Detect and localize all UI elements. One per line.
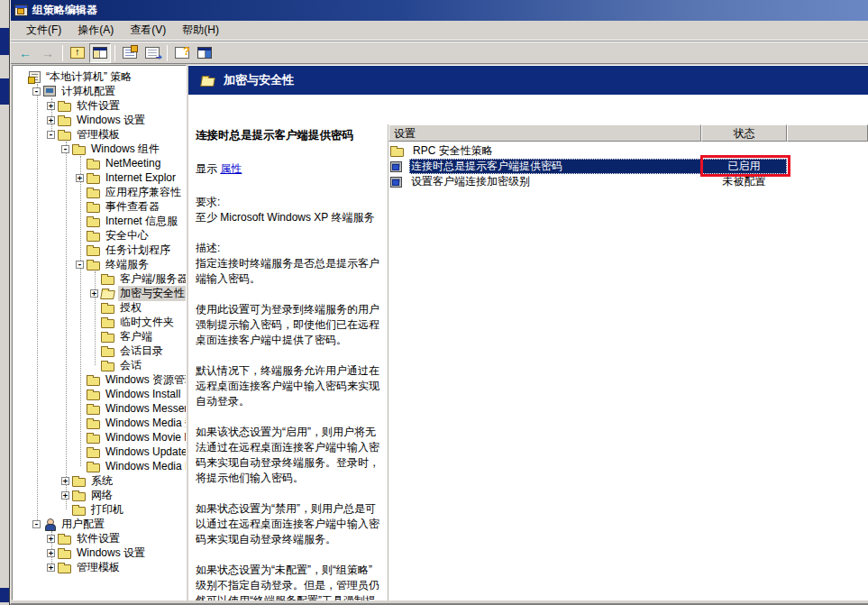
show-taskpad-button[interactable]: [194, 43, 215, 63]
forward-button[interactable]: →: [37, 43, 59, 63]
tree-item[interactable]: 客户端: [13, 329, 186, 344]
tree-item[interactable]: +加密与安全性: [13, 286, 186, 300]
tree-item[interactable]: 打印机: [13, 502, 186, 517]
folder-icon: [72, 146, 86, 155]
back-button[interactable]: ←: [14, 43, 36, 63]
settings-list-panel[interactable]: 设置状态 RPC 安全性策略连接时总是提示客户端提供密码已启用设置客户端连接加密…: [388, 124, 868, 600]
tree-item-label: Windows Media 数: [104, 416, 187, 431]
tree-item[interactable]: Windows Install: [13, 387, 186, 401]
tree-item[interactable]: 客户端/服务器: [13, 271, 186, 286]
list-item[interactable]: 连接时总是提示客户端提供密码已启用: [388, 159, 868, 174]
tree-item-label: 打印机: [89, 502, 125, 518]
tree-item[interactable]: 事件查看器: [13, 199, 186, 214]
tree-item[interactable]: Windows Media 数: [13, 416, 186, 430]
tree-item[interactable]: -终端服务: [13, 257, 186, 271]
tree-item[interactable]: 会话: [13, 358, 186, 372]
description-paragraph: 默认情况下，终端服务允许用户通过在远程桌面连接客户端中输入密码来实现自动登录。: [196, 363, 381, 409]
tree-item[interactable]: “本地计算机” 策略: [13, 69, 186, 84]
tree-item[interactable]: 临时文件夹: [13, 315, 186, 329]
folder-icon: [87, 233, 100, 242]
show-console-tree-button[interactable]: [89, 43, 111, 63]
up-one-level-button[interactable]: [67, 43, 88, 63]
toolbar-separator: [114, 45, 115, 61]
tree-item[interactable]: +软件设置: [13, 98, 186, 113]
tree-item-label: 安全中心: [104, 228, 151, 243]
tree-item[interactable]: +Windows 设置: [13, 113, 186, 127]
tree-item[interactable]: -管理模板: [13, 127, 186, 142]
collapse-icon[interactable]: -: [32, 520, 41, 528]
tree-item[interactable]: Windows Movie M: [13, 430, 186, 445]
tree-item[interactable]: 授权: [13, 300, 186, 315]
tree-item[interactable]: Windows Messeng: [13, 401, 186, 416]
menu-item[interactable]: 查看(V): [122, 21, 174, 40]
tree-item[interactable]: 任务计划程序: [13, 243, 186, 257]
collapse-icon[interactable]: -: [76, 261, 84, 269]
tree-item[interactable]: 安全中心: [13, 228, 186, 243]
tree-item[interactable]: Windows 资源管理: [13, 372, 186, 387]
export-list-button[interactable]: [142, 43, 163, 63]
list-item[interactable]: 设置客户端连接加密级别未被配置: [388, 174, 868, 189]
expand-icon[interactable]: +: [61, 477, 69, 485]
folder-icon: [87, 406, 100, 415]
tree-item[interactable]: Internet 信息服: [13, 214, 186, 228]
expand-icon[interactable]: +: [47, 535, 55, 543]
expand-icon[interactable]: +: [47, 116, 55, 124]
results-header: 加密与安全性: [188, 66, 868, 95]
tree-item[interactable]: +软件设置: [13, 531, 186, 545]
tree-item[interactable]: Windows Update: [13, 445, 186, 459]
background-window-fragment: [0, 78, 9, 105]
tree-item-label: Windows 资源管理: [104, 372, 187, 388]
console-tree-panel[interactable]: “本地计算机” 策略-计算机配置+软件设置+Windows 设置-管理模板-Wi…: [12, 65, 187, 600]
tree-item[interactable]: -用户配置: [13, 517, 186, 531]
column-header[interactable]: 设置: [388, 124, 701, 142]
expand-icon[interactable]: +: [47, 564, 55, 572]
expand-icon[interactable]: +: [76, 174, 84, 182]
title-bar[interactable]: 组策略编辑器: [11, 0, 868, 21]
tree-item[interactable]: +Internet Explor: [13, 170, 186, 185]
policy-icon: [29, 71, 41, 83]
expand-icon[interactable]: +: [47, 102, 55, 110]
folder-icon: [58, 132, 71, 141]
menu-item[interactable]: 帮助(H): [174, 21, 227, 40]
tree-item[interactable]: +系统: [13, 473, 186, 488]
computer-icon: [43, 86, 56, 96]
setting-cell: 设置客户端连接加密级别: [388, 174, 701, 189]
help-button[interactable]: [171, 43, 193, 63]
tree-item[interactable]: -计算机配置: [13, 84, 186, 98]
list-item[interactable]: RPC 安全性策略: [388, 143, 868, 159]
tree-item[interactable]: +网络: [13, 488, 186, 502]
folder-icon: [87, 247, 100, 256]
properties-link[interactable]: 属性: [220, 162, 242, 175]
tree-item-label: “本地计算机” 策略: [44, 69, 133, 85]
column-header[interactable]: 状态: [701, 124, 787, 142]
column-header[interactable]: [787, 124, 868, 142]
menu-item[interactable]: 操作(A): [69, 21, 122, 40]
tree-item-label: 任务计划程序: [104, 243, 172, 258]
collapse-icon[interactable]: -: [61, 145, 69, 153]
folder-icon: [87, 261, 100, 270]
toolbar: ←→: [11, 41, 868, 64]
tree-item-label: Windows 设置: [75, 113, 147, 128]
properties-button[interactable]: [119, 43, 141, 63]
setting-cell: RPC 安全性策略: [388, 143, 701, 159]
background-window-fragment: [0, 28, 9, 55]
tree-item[interactable]: +管理模板: [13, 560, 186, 574]
menu-item[interactable]: 文件(F): [18, 21, 69, 40]
status-cell: 已启用: [701, 159, 787, 174]
tree-item[interactable]: NetMeeting: [13, 156, 186, 170]
console-tree: “本地计算机” 策略-计算机配置+软件设置+Windows 设置-管理模板-Wi…: [13, 66, 186, 574]
folder-icon: [58, 564, 71, 573]
expand-icon[interactable]: +: [90, 289, 98, 298]
collapse-icon[interactable]: -: [32, 87, 41, 96]
collapse-icon[interactable]: -: [47, 131, 55, 139]
expand-icon[interactable]: +: [47, 549, 55, 557]
tree-item[interactable]: +Windows 设置: [13, 545, 186, 560]
tree-item[interactable]: 会话目录: [13, 344, 186, 358]
tree-item[interactable]: Windows Media P: [13, 459, 186, 473]
tree-item[interactable]: -Windows 组件: [13, 142, 186, 156]
expand-icon[interactable]: +: [61, 491, 69, 500]
folder-open-icon: [100, 290, 115, 299]
tree-item-label: 网络: [89, 488, 114, 503]
tree-item[interactable]: 应用程序兼容性: [13, 185, 186, 199]
policy-setting-icon: [390, 161, 402, 172]
